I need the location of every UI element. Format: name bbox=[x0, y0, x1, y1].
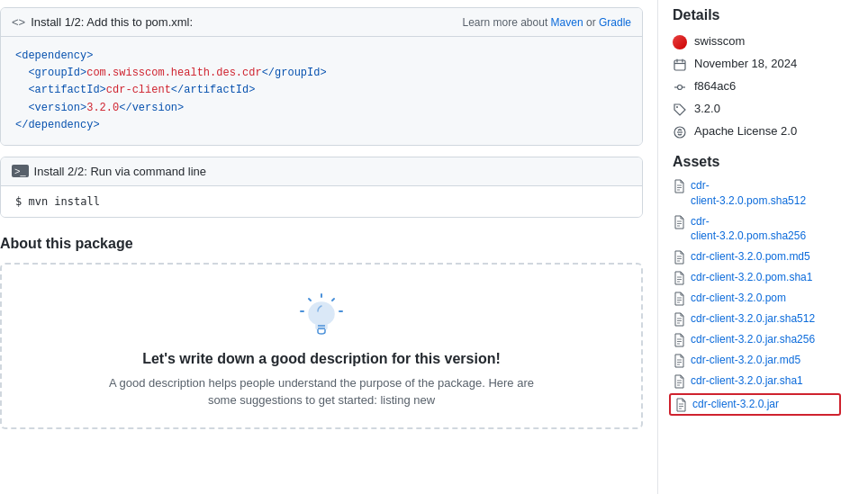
file-icon bbox=[673, 333, 685, 347]
about-section: About this package Let's write do bbox=[0, 236, 643, 429]
commit-row: f864ac6 bbox=[673, 79, 841, 94]
asset-item-highlighted: cdr-client-3.2.0.jar bbox=[669, 393, 841, 416]
publisher-name: swisscom bbox=[694, 34, 745, 48]
version-row: 3.2.0 bbox=[673, 102, 841, 117]
asset-link[interactable]: cdr-client-3.2.0.pom.sha256 bbox=[691, 214, 806, 245]
assets-title: Assets bbox=[673, 154, 841, 170]
svg-point-11 bbox=[678, 85, 683, 90]
install-step1-title: <> Install 1/2: Add this to pom.xml: bbox=[12, 15, 193, 29]
file-icon bbox=[673, 215, 685, 229]
maven-link[interactable]: Maven bbox=[551, 16, 583, 29]
asset-item: cdr-client-3.2.0.pom.sha256 bbox=[673, 213, 841, 246]
sidebar: Details swisscom November 18, 2024 f864a… bbox=[657, 0, 855, 494]
svg-point-14 bbox=[676, 106, 678, 108]
mvn-command-text: $ mvn install bbox=[15, 195, 100, 208]
svg-line-1 bbox=[332, 299, 334, 301]
about-cta-description: A good description helps people understa… bbox=[96, 374, 547, 409]
assets-list: cdr-client-3.2.0.pom.sha512 cdr-client-3… bbox=[673, 177, 841, 416]
asset-item: cdr-client-3.2.0.jar.sha256 bbox=[673, 331, 841, 348]
swisscom-dot bbox=[673, 35, 687, 49]
details-title: Details bbox=[673, 7, 841, 23]
asset-link[interactable]: cdr-client-3.2.0.jar.sha512 bbox=[691, 311, 815, 327]
license-row: Apache License 2.0 bbox=[673, 124, 841, 139]
asset-link[interactable]: cdr-client-3.2.0.pom bbox=[691, 291, 786, 306]
calendar-icon bbox=[673, 58, 687, 72]
file-icon bbox=[673, 374, 685, 389]
file-icon bbox=[673, 179, 685, 193]
asset-item: cdr-client-3.2.0.pom.sha1 bbox=[673, 269, 841, 286]
file-icon bbox=[673, 271, 685, 285]
publisher-row: swisscom bbox=[673, 34, 841, 49]
commit-value: f864ac6 bbox=[694, 79, 736, 93]
asset-link[interactable]: cdr-client-3.2.0.jar.sha1 bbox=[691, 373, 803, 389]
asset-item: cdr-client-3.2.0.jar.md5 bbox=[673, 352, 841, 369]
install-step2-section: >_ Install 2/2: Run via command line $ m… bbox=[0, 157, 643, 218]
file-icon bbox=[673, 292, 685, 306]
install-step1-header: <> Install 1/2: Add this to pom.xml: Lea… bbox=[1, 8, 642, 37]
asset-item: cdr-client-3.2.0.jar.sha1 bbox=[673, 373, 841, 390]
asset-item: cdr-client-3.2.0.pom.md5 bbox=[673, 248, 841, 265]
pom-xml-code: <dependency> <groupId>com.swisscom.healt… bbox=[1, 37, 642, 145]
about-title: About this package bbox=[0, 236, 643, 252]
terminal-icon: >_ bbox=[12, 165, 29, 177]
file-icon bbox=[674, 398, 687, 412]
learn-more-text: Learn more about bbox=[463, 16, 548, 29]
or-text: or bbox=[586, 16, 596, 29]
asset-jar-link[interactable]: cdr-client-3.2.0.jar bbox=[692, 397, 779, 412]
publisher-icon bbox=[673, 35, 687, 49]
about-cta-title: Let's write down a good description for … bbox=[142, 351, 501, 367]
license-value: Apache License 2.0 bbox=[694, 124, 797, 138]
about-box: Let's write down a good description for … bbox=[0, 263, 643, 429]
asset-item: cdr-client-3.2.0.pom.sha512 bbox=[673, 177, 841, 210]
svg-rect-7 bbox=[674, 60, 685, 70]
asset-link[interactable]: cdr-client-3.2.0.pom.sha1 bbox=[691, 270, 812, 285]
asset-link[interactable]: cdr-client-3.2.0.pom.sha512 bbox=[691, 178, 806, 209]
asset-link[interactable]: cdr-client-3.2.0.jar.sha256 bbox=[691, 332, 815, 347]
main-content: <> Install 1/2: Add this to pom.xml: Lea… bbox=[0, 0, 657, 494]
file-icon bbox=[673, 312, 685, 327]
install-learn-more: Learn more about Maven or Gradle bbox=[463, 16, 632, 29]
file-icon bbox=[673, 354, 685, 368]
install-step1-section: <> Install 1/2: Add this to pom.xml: Lea… bbox=[0, 7, 643, 146]
license-icon bbox=[673, 125, 687, 139]
file-icon bbox=[673, 250, 685, 265]
tag-icon bbox=[673, 103, 687, 117]
commit-icon bbox=[673, 80, 687, 94]
mvn-command: $ mvn install bbox=[1, 186, 642, 217]
install-step2-label: Install 2/2: Run via command line bbox=[34, 165, 206, 178]
svg-line-3 bbox=[309, 299, 311, 301]
version-value: 3.2.0 bbox=[694, 102, 720, 115]
asset-link[interactable]: cdr-client-3.2.0.jar.md5 bbox=[691, 353, 800, 368]
asset-item: cdr-client-3.2.0.pom bbox=[673, 290, 841, 307]
date-value: November 18, 2024 bbox=[694, 57, 797, 70]
install-step1-label: Install 1/2: Add this to pom.xml: bbox=[31, 15, 193, 29]
install-step2-header: >_ Install 2/2: Run via command line bbox=[1, 157, 642, 186]
date-row: November 18, 2024 bbox=[673, 57, 841, 72]
code-icon: <> bbox=[12, 15, 25, 29]
gradle-link[interactable]: Gradle bbox=[599, 16, 631, 29]
lightbulb-icon bbox=[300, 293, 343, 337]
asset-link[interactable]: cdr-client-3.2.0.pom.md5 bbox=[691, 249, 810, 265]
asset-item: cdr-client-3.2.0.jar.sha512 bbox=[673, 310, 841, 328]
